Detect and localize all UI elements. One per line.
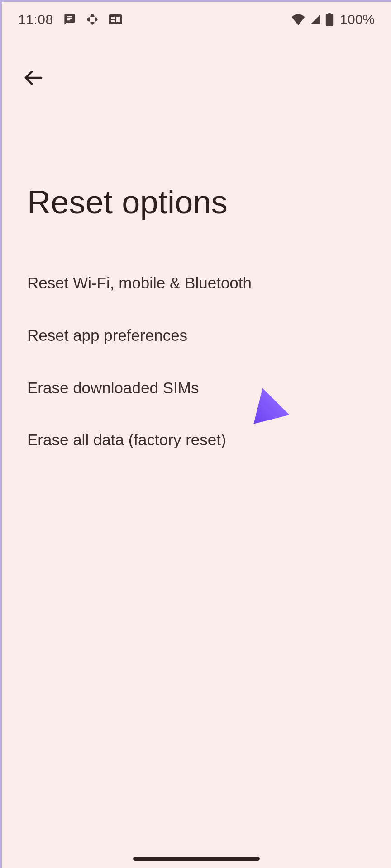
status-bar: 11:08 100% xyxy=(2,2,391,37)
svg-rect-0 xyxy=(109,14,122,24)
status-bar-left: 11:08 xyxy=(18,12,122,27)
option-label: Reset app preferences xyxy=(27,326,187,344)
battery-icon xyxy=(325,13,334,26)
toolbar xyxy=(2,37,391,93)
battery-percent: 100% xyxy=(340,12,375,27)
gesture-nav-bar[interactable] xyxy=(2,857,391,861)
option-erase-downloaded-sims[interactable]: Erase downloaded SIMs xyxy=(2,362,391,414)
svg-rect-4 xyxy=(116,19,120,22)
back-button[interactable] xyxy=(19,64,48,93)
cellular-signal-icon xyxy=(309,14,322,25)
wifi-icon xyxy=(291,14,305,25)
option-label: Erase downloaded SIMs xyxy=(27,379,199,396)
gesture-bar-pill xyxy=(133,857,260,861)
status-time: 11:08 xyxy=(18,12,53,27)
news-notification-icon xyxy=(109,14,122,24)
option-erase-all-data-factory-reset[interactable]: Erase all data (factory reset) xyxy=(2,414,391,466)
reset-options-list: Reset Wi-Fi, mobile & Bluetooth Reset ap… xyxy=(2,257,391,466)
page-title: Reset options xyxy=(2,93,391,257)
option-reset-app-preferences[interactable]: Reset app preferences xyxy=(2,309,391,362)
status-bar-right: 100% xyxy=(291,12,375,27)
svg-rect-1 xyxy=(111,17,115,19)
svg-rect-3 xyxy=(116,17,120,19)
svg-rect-2 xyxy=(111,20,115,22)
message-notification-icon xyxy=(63,13,76,26)
option-reset-wifi-mobile-bluetooth[interactable]: Reset Wi-Fi, mobile & Bluetooth xyxy=(2,257,391,309)
arrow-back-icon xyxy=(23,67,44,90)
photos-pinwheel-icon xyxy=(86,13,99,26)
option-label: Reset Wi-Fi, mobile & Bluetooth xyxy=(27,274,252,292)
option-label: Erase all data (factory reset) xyxy=(27,431,226,448)
